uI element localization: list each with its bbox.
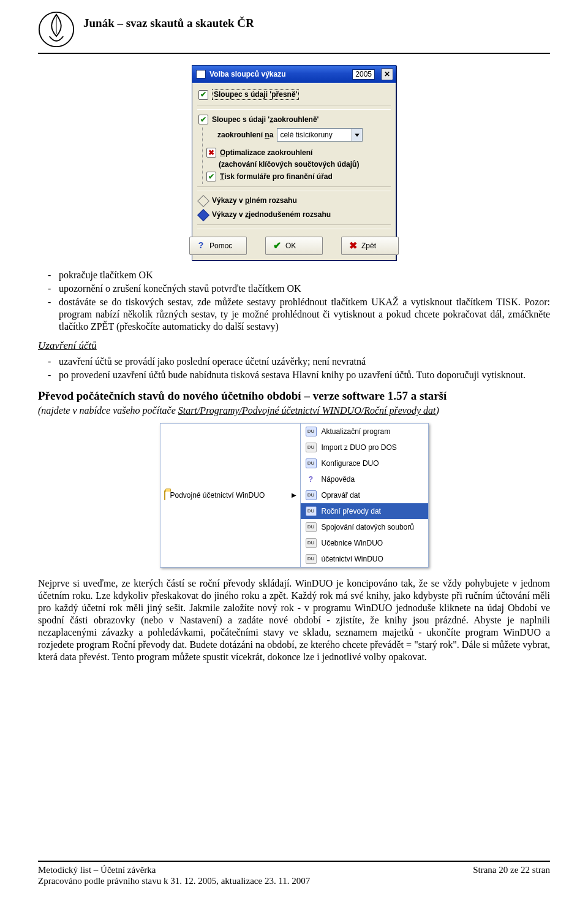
- checkbox-x-icon: ✖: [206, 148, 216, 158]
- checkbox-presne[interactable]: ✔ Sloupec s údaji 'přesně': [197, 87, 391, 102]
- optim-subtext: (zachování klíčových součtových údajů): [205, 160, 391, 169]
- checkbox-tisk-formulare[interactable]: ✔ Tisk formuláře pro finanční úřad: [205, 169, 391, 184]
- dialog-title-text: Volba sloupců výkazu: [209, 70, 349, 79]
- footer-rule: [38, 861, 550, 862]
- list-item: uzavření účtů se provádí jako poslední o…: [59, 356, 550, 368]
- menu-item[interactable]: ?Nápověda: [301, 471, 428, 487]
- menu-item-label: Opravář dat: [322, 491, 360, 500]
- section-title-close: Uzavření účtů: [38, 339, 550, 352]
- cancel-icon: ✖: [348, 241, 358, 251]
- startmenu-submenu: DUAktualizační program DUImport z DUO pr…: [301, 423, 429, 568]
- menu-item-label: Roční převody dat: [322, 507, 381, 516]
- submenu-arrow-icon: ▶: [292, 492, 296, 500]
- checkbox-label: Sloupec s údaji 'přesně': [214, 90, 297, 99]
- dialog-titlebar: Volba sloupců výkazu 2005 ✕: [192, 66, 396, 83]
- checkbox-icon: ✔: [198, 115, 208, 124]
- scout-logo-icon: [38, 11, 75, 48]
- menu-item[interactable]: DUImport z DUO pro DOS: [301, 439, 428, 455]
- radio-zjednoduseny-rozsah[interactable]: Výkazy v zjednodušeném rozsahu: [197, 208, 391, 222]
- checkbox-icon: ✔: [198, 90, 208, 100]
- startmenu-parent-label: Podvojné účetnictví WinDUO: [170, 491, 265, 500]
- back-button-label: Zpět: [361, 242, 376, 251]
- back-button[interactable]: ✖ Zpět: [341, 237, 399, 255]
- help-button[interactable]: ? Pomoc: [189, 237, 247, 255]
- close-button[interactable]: ✕: [381, 68, 393, 80]
- bullet-list-1: pokračuje tlačítkem OK upozornění o zruš…: [38, 269, 550, 333]
- ok-button-label: OK: [285, 242, 296, 251]
- chevron-down-icon: [352, 129, 362, 141]
- menu-item[interactable]: DUUčebnice WinDUO: [301, 535, 428, 551]
- menu-item[interactable]: DUúčetnictví WinDUO: [301, 551, 428, 567]
- footer-left-1: Metodický list – Účetní závěrka: [38, 864, 310, 876]
- menu-item[interactable]: DUSpojování datových souborů: [301, 519, 428, 535]
- rounding-row: zaokrouhlení na celé tisícikoruny: [205, 127, 391, 145]
- header-rule: [38, 53, 550, 54]
- app-icon: DU: [306, 522, 317, 533]
- menu-item-label: účetnictví WinDUO: [322, 555, 383, 564]
- dialog-screenshot: Volba sloupců výkazu 2005 ✕ ✔ Sloupec s …: [38, 65, 550, 261]
- menu-item-label: Aktualizační program: [322, 427, 391, 436]
- footer-left-2: Zpracováno podle právního stavu k 31. 12…: [38, 875, 310, 887]
- help-icon: ?: [196, 241, 206, 251]
- startmenu-parent-item[interactable]: Podvojné účetnictví WinDUO ▶: [160, 423, 301, 568]
- menu-item-label: Nápověda: [322, 475, 355, 484]
- help-icon: ?: [306, 474, 317, 485]
- app-icon: DU: [306, 426, 317, 437]
- menu-item-label: Učebnice WinDUO: [322, 539, 383, 548]
- list-item: po provedení uzavření účtů bude nabídnut…: [59, 369, 550, 381]
- menu-item-label: Spojování datových souborů: [322, 523, 414, 532]
- checkbox-optimalizace[interactable]: ✖ Optimalizace zaokrouhlení: [205, 145, 391, 160]
- ok-button[interactable]: ✔ OK: [265, 237, 323, 255]
- app-icon: DU: [306, 554, 317, 565]
- window-icon: [196, 70, 206, 78]
- bullet-list-2: uzavření účtů se provádí jako poslední o…: [38, 356, 550, 381]
- checkbox-zaokrouhlene[interactable]: ✔ Sloupec s údaji 'zaokrouhleně': [197, 112, 391, 127]
- app-icon: DU: [306, 490, 317, 501]
- app-icon: DU: [306, 506, 317, 517]
- doc-org-title: Junák – svaz skautů a skautek ČR: [83, 11, 254, 31]
- menu-item[interactable]: DUKonfigurace DUO: [301, 455, 428, 471]
- menu-item-label: Import z DUO pro DOS: [322, 443, 397, 452]
- menu-item[interactable]: DUAktualizační program: [301, 424, 428, 439]
- folder-icon: [164, 491, 165, 500]
- radio-empty-icon: [197, 195, 209, 207]
- dialog-year-box: 2005: [352, 69, 375, 80]
- list-item: pokračuje tlačítkem OK: [59, 269, 550, 281]
- menu-item[interactable]: DUOpravář dat: [301, 487, 428, 503]
- radio-selected-icon: [197, 209, 209, 221]
- checkbox-icon: ✔: [206, 172, 216, 181]
- doc-footer: Metodický list – Účetní závěrka Zpracová…: [38, 853, 550, 888]
- section-title-transfer: Převod počátečních stavů do nového účetn…: [38, 389, 550, 403]
- close-icon: ✕: [384, 70, 390, 79]
- doc-header: Junák – svaz skautů a skautek ČR: [38, 11, 550, 48]
- footer-right: Strana 20 ze 22 stran: [473, 864, 550, 888]
- radio-plny-rozsah[interactable]: Výkazy v plném rozsahu: [197, 194, 391, 208]
- app-icon: DU: [306, 458, 317, 469]
- paragraph-bottom: Nejprve si uveďme, ze kterých částí se r…: [38, 577, 550, 663]
- menu-item-label: Konfigurace DUO: [322, 459, 379, 468]
- rounding-value: celé tisícikoruny: [277, 131, 352, 140]
- section-subtitle-transfer: (najdete v nabídce vašeho počítače Start…: [38, 405, 550, 417]
- list-item: dostáváte se do tiskových sestav, zde mů…: [59, 296, 550, 333]
- menu-item-selected[interactable]: DURoční převody dat: [301, 503, 428, 519]
- startmenu-screenshot: Podvojné účetnictví WinDUO ▶ DUAktualiza…: [38, 423, 550, 568]
- app-icon: DU: [306, 538, 317, 549]
- rounding-combo[interactable]: celé tisícikoruny: [277, 128, 363, 142]
- help-button-label: Pomoc: [209, 242, 232, 251]
- app-icon: DU: [306, 442, 317, 453]
- check-icon: ✔: [272, 241, 282, 251]
- list-item: upozornění o zrušení konečných stavů pot…: [59, 283, 550, 295]
